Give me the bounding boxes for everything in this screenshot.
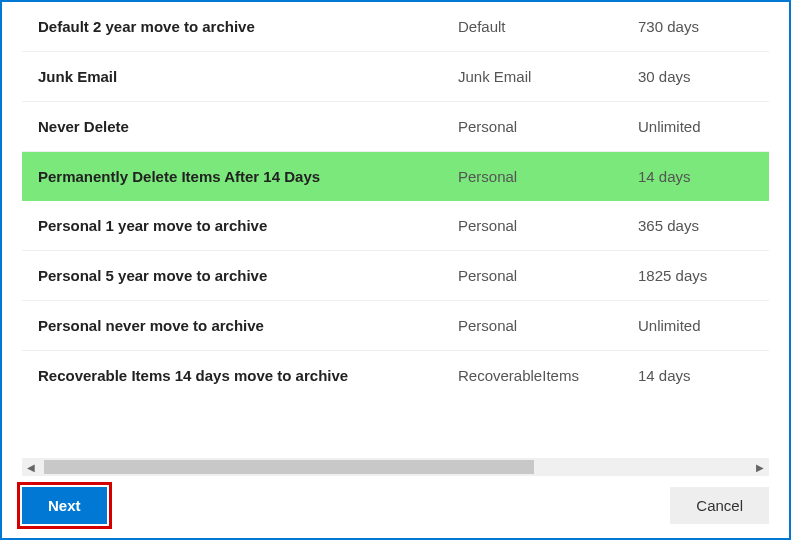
button-bar: Next Cancel <box>2 487 789 524</box>
policy-table: Default 2 year move to archive Default 7… <box>2 2 789 452</box>
policy-name: Personal never move to archive <box>38 317 458 334</box>
policy-name: Never Delete <box>38 118 458 135</box>
policy-name: Permanently Delete Items After 14 Days <box>38 168 458 185</box>
policy-retention: 730 days <box>638 18 753 35</box>
policy-name: Recoverable Items 14 days move to archiv… <box>38 367 458 384</box>
table-row[interactable]: Never Delete Personal Unlimited <box>22 102 769 152</box>
policy-retention: 365 days <box>638 217 753 234</box>
scroll-left-icon[interactable]: ◀ <box>22 458 40 476</box>
policy-type: Personal <box>458 267 638 284</box>
table-row[interactable]: Default 2 year move to archive Default 7… <box>22 2 769 52</box>
table-row[interactable]: Junk Email Junk Email 30 days <box>22 52 769 102</box>
table-row[interactable]: Recoverable Items 14 days move to archiv… <box>22 351 769 400</box>
policy-name: Junk Email <box>38 68 458 85</box>
policy-type: Personal <box>458 168 638 185</box>
policy-type: Personal <box>458 118 638 135</box>
policy-type: Personal <box>458 217 638 234</box>
table-row[interactable]: Personal never move to archive Personal … <box>22 301 769 351</box>
horizontal-scrollbar[interactable]: ◀ ▶ <box>22 458 769 476</box>
table-row[interactable]: Personal 1 year move to archive Personal… <box>22 201 769 251</box>
policy-retention: Unlimited <box>638 317 753 334</box>
policy-retention: 30 days <box>638 68 753 85</box>
next-button[interactable]: Next <box>22 487 107 524</box>
policy-retention: 14 days <box>638 168 753 185</box>
scrollbar-thumb[interactable] <box>44 460 534 474</box>
policy-name: Default 2 year move to archive <box>38 18 458 35</box>
policy-type: Junk Email <box>458 68 638 85</box>
policy-type: Personal <box>458 317 638 334</box>
policy-name: Personal 5 year move to archive <box>38 267 458 284</box>
policy-retention: 14 days <box>638 367 753 384</box>
policy-type: Default <box>458 18 638 35</box>
policy-name: Personal 1 year move to archive <box>38 217 458 234</box>
table-row-selected[interactable]: Permanently Delete Items After 14 Days P… <box>22 152 769 201</box>
policy-retention: Unlimited <box>638 118 753 135</box>
policy-type: RecoverableItems <box>458 367 638 384</box>
table-row[interactable]: Personal 5 year move to archive Personal… <box>22 251 769 301</box>
policy-retention: 1825 days <box>638 267 753 284</box>
scroll-right-icon[interactable]: ▶ <box>751 458 769 476</box>
cancel-button[interactable]: Cancel <box>670 487 769 524</box>
